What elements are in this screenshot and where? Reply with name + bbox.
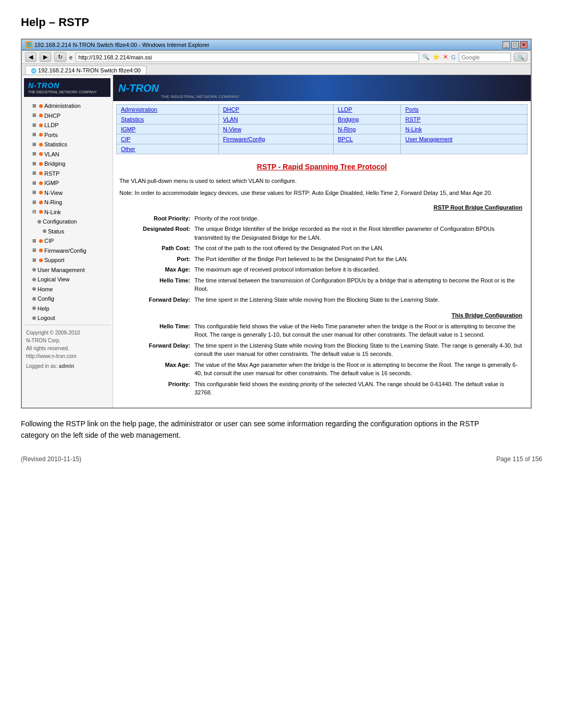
nav-row-5: Other	[117, 144, 528, 154]
nav-cell-cip[interactable]: CIP	[117, 134, 219, 144]
this-bridge-row-1: Forward Delay: The time spent in the Lis…	[119, 340, 524, 360]
nav-cell-firmwareconfig[interactable]: Firmware/Config	[218, 134, 333, 144]
browser-window: 🌐 192.168.2.214 N-TRON Switch f8ze4:00 -…	[21, 39, 532, 409]
logo-text: N-TRON	[28, 81, 59, 90]
this-bridge-title: This Bridge Configuration	[119, 310, 524, 321]
nav-link-nview[interactable]: N-View	[223, 126, 241, 132]
nav-cell-bpcl[interactable]: BPCL	[334, 134, 401, 144]
sidebar-item-status[interactable]: Status	[24, 227, 111, 237]
minimize-button[interactable]: _	[503, 41, 510, 48]
nav-link-dhcp[interactable]: DHCP	[223, 106, 239, 113]
sidebar-item-help[interactable]: Help	[24, 304, 111, 314]
browser-content: N-TRON THE INDUSTRIAL NETWORK COMPANY ⊞ …	[22, 75, 531, 408]
logo-subtitle: THE INDUSTRIAL NETWORK COMPANY	[28, 90, 97, 94]
nav-link-igmp[interactable]: IGMP	[121, 126, 136, 132]
nav-cell-nview[interactable]: N-View	[218, 125, 333, 134]
nav-link-nlink[interactable]: N-Link	[405, 126, 422, 132]
sidebar-item-rstp[interactable]: ⊞ RSTP	[24, 169, 111, 179]
sidebar-item-bridging[interactable]: ⊞ Bridging	[24, 159, 111, 169]
dot-icon	[32, 316, 36, 320]
root-bridge-title-row: RSTP Root Bridge Configuration	[119, 202, 524, 213]
root-bridge-value-0: Priority of the root bridge.	[192, 213, 524, 224]
dot-icon	[38, 220, 41, 224]
dot-icon	[39, 249, 43, 252]
dot-icon	[39, 239, 43, 243]
nav-link-ports[interactable]: Ports	[405, 106, 419, 113]
nav-link-lldp[interactable]: LLDP	[338, 106, 352, 113]
sidebar-label-firmware: Firmware/Config	[44, 246, 87, 255]
nav-row-1: Administration DHCP LLDP Ports	[117, 105, 528, 115]
sidebar-item-firmware[interactable]: ⊞ Firmware/Config	[24, 246, 111, 256]
nav-cell-administration[interactable]: Administration	[117, 105, 219, 115]
this-bridge-value-0: This configurable field shows the value …	[192, 321, 524, 340]
expand-icon: ⊞	[32, 247, 38, 254]
root-bridge-label-0: Root Priority:	[119, 213, 192, 224]
refresh-button[interactable]: ↻	[54, 52, 66, 62]
nav-link-firmwareconfig[interactable]: Firmware/Config	[223, 136, 265, 142]
sidebar-item-statistics[interactable]: ⊞ Statistics	[24, 140, 111, 150]
sidebar-item-igmp[interactable]: ⊞ IGMP	[24, 178, 111, 188]
nav-link-cip[interactable]: CIP	[121, 136, 130, 142]
dot-icon	[39, 133, 43, 137]
x-icon: ✕	[443, 54, 448, 60]
nav-row-2: Statistics VLAN Bridging RSTP	[117, 115, 528, 125]
nav-link-other[interactable]: Other	[121, 146, 136, 152]
nav-cell-igmp[interactable]: IGMP	[117, 125, 219, 134]
sidebar-item-nview[interactable]: ⊞ N-View	[24, 188, 111, 198]
sidebar-item-nlink[interactable]: ⊟ N-Link	[24, 207, 111, 217]
description-text: Following the RSTP link on the help page…	[21, 418, 490, 441]
sidebar-item-configuration[interactable]: Configuration	[24, 217, 111, 227]
address-bar[interactable]	[76, 53, 419, 62]
nav-cell-lldp[interactable]: LLDP	[334, 105, 401, 115]
sidebar-item-usermgmt[interactable]: User Management	[24, 265, 111, 275]
nav-cell-ports[interactable]: Ports	[401, 105, 528, 115]
nav-cell-rstp[interactable]: RSTP	[401, 115, 528, 125]
nav-cell-bridging[interactable]: Bridging	[334, 115, 401, 125]
forward-button[interactable]: ▶	[40, 52, 51, 62]
sidebar-item-vlan[interactable]: ⊞ VLAN	[24, 150, 111, 159]
nav-cell-statistics[interactable]: Statistics	[117, 115, 219, 125]
root-bridge-label-3: Port:	[119, 254, 192, 265]
nav-cell-nlink[interactable]: N-Link	[401, 125, 528, 134]
nav-link-vlan[interactable]: VLAN	[223, 116, 238, 122]
sidebar-item-support[interactable]: ⊞ Support	[24, 255, 111, 265]
nav-cell-nring[interactable]: N-Ring	[334, 125, 401, 134]
sidebar-item-config[interactable]: Config	[24, 294, 111, 304]
restore-button[interactable]: □	[511, 41, 519, 48]
this-bridge-value-2: The value of the Max Age parameter when …	[192, 360, 524, 379]
search-go-button[interactable]: 🔍	[514, 53, 528, 61]
nav-link-administration[interactable]: Administration	[121, 106, 157, 113]
search-input[interactable]	[459, 53, 511, 62]
root-bridge-value-3: The Port Identifier of the Bridge Port b…	[192, 254, 524, 265]
main-content: N-TRON THE INDUSTRIAL NETWORK COMPANY Ad…	[113, 75, 531, 408]
titlebar-buttons[interactable]: _ □ ✕	[503, 41, 528, 48]
browser-tab-active[interactable]: 🌐 192.168.2.214 N-TRON Switch f8ze4:00	[25, 66, 146, 75]
sidebar-item-cip[interactable]: ⊞ CIP	[24, 236, 111, 246]
nav-cell-other[interactable]: Other	[117, 144, 219, 154]
root-bridge-label-5: Hello Time:	[119, 275, 192, 294]
nav-link-rstp[interactable]: RSTP	[405, 116, 420, 122]
sidebar-item-lldp[interactable]: ⊞ LLDP	[24, 120, 111, 130]
close-button[interactable]: ✕	[520, 41, 528, 48]
sidebar-label-igmp: IGMP	[44, 179, 59, 188]
sidebar-item-ports[interactable]: ⊞ Ports	[24, 130, 111, 140]
sidebar-item-nring[interactable]: ⊞ N-Ring	[24, 198, 111, 207]
nav-row-3: IGMP N-View N-Ring N-Link	[117, 125, 528, 134]
sidebar-item-logicalview[interactable]: Logical View	[24, 275, 111, 285]
expand-icon: ⊞	[32, 112, 38, 119]
sidebar-item-home[interactable]: Home	[24, 285, 111, 294]
nav-link-usermgmt[interactable]: User Management	[405, 136, 452, 142]
nav-cell-vlan[interactable]: VLAN	[218, 115, 333, 125]
footer-revised: (Revised 2010-11-15)	[21, 455, 81, 463]
nav-cell-usermgmt[interactable]: User Management	[401, 134, 528, 144]
back-button[interactable]: ◀	[25, 52, 36, 62]
nav-link-bridging[interactable]: Bridging	[338, 116, 359, 122]
nav-cell-dhcp[interactable]: DHCP	[218, 105, 333, 115]
nav-link-nring[interactable]: N-Ring	[338, 126, 356, 132]
sidebar-item-logout[interactable]: Logout	[24, 313, 111, 323]
nav-link-statistics[interactable]: Statistics	[121, 116, 144, 122]
sidebar-label-bridging: Bridging	[44, 159, 65, 168]
nav-link-bpcl[interactable]: BPCL	[338, 136, 353, 142]
sidebar-item-dhcp[interactable]: ⊞ DHCP	[24, 111, 111, 121]
sidebar-item-administration[interactable]: ⊞ Administration	[24, 101, 111, 111]
